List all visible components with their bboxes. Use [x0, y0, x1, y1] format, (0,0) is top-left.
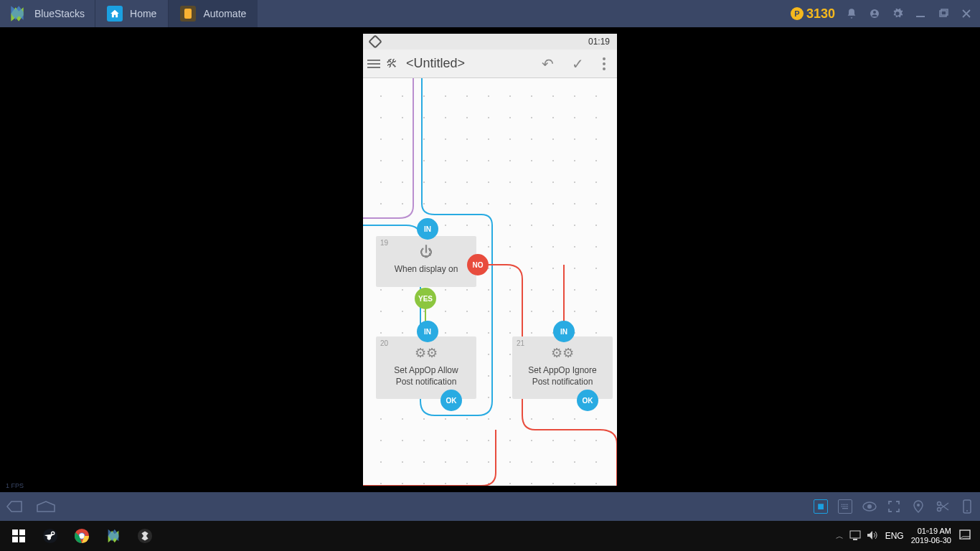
status-time: 01:19 [588, 37, 610, 47]
svg-rect-23 [12, 529, 18, 535]
undo-button[interactable]: ↶ [535, 55, 560, 72]
tray-expand-icon[interactable]: ︿ [836, 531, 844, 542]
tab-automate[interactable]: Automate [168, 0, 258, 27]
taskbar-app-icon[interactable] [129, 521, 161, 551]
svg-rect-34 [850, 531, 860, 538]
emulator-viewport: 1 FPS 01:19 🛠 <Untitled> ↶ ✓ [0, 27, 980, 492]
badge-in[interactable]: IN [417, 218, 438, 240]
svg-rect-15 [842, 508, 848, 509]
svg-rect-26 [19, 537, 25, 542]
tray-display-icon[interactable] [849, 530, 861, 542]
block-label-1: Set AppOp Ignore [518, 365, 607, 377]
svg-rect-24 [19, 529, 25, 535]
svg-rect-13 [846, 506, 847, 507]
home-icon [107, 6, 123, 22]
tray-volume-icon[interactable] [867, 530, 878, 542]
taskbar-time: 01▫19 AM [911, 527, 951, 536]
badge-ok[interactable]: OK [440, 390, 462, 411]
taskbar-steam-icon[interactable] [34, 521, 66, 551]
scissors-icon[interactable] [936, 499, 950, 514]
bluestacks-bottombar: ■ [0, 492, 980, 521]
android-status-bar: 01:19 [363, 34, 617, 50]
taskbar-chrome-icon[interactable] [66, 521, 98, 551]
start-button[interactable] [3, 521, 34, 551]
notification-center-icon[interactable] [958, 529, 971, 543]
badge-yes[interactable]: YES [415, 288, 436, 309]
bluestacks-logo-icon [6, 2, 29, 25]
fps-label: 1 FPS [6, 482, 24, 489]
android-back-button[interactable] [6, 500, 23, 513]
minimize-button[interactable] [914, 7, 927, 20]
phone-screen: 01:19 🛠 <Untitled> ↶ ✓ 19 ⏻ When d [363, 34, 617, 486]
android-home-button[interactable] [36, 500, 56, 513]
bluestacks-title: BlueStacks [34, 8, 85, 19]
coin-counter[interactable]: P 3130 [791, 6, 835, 22]
badge-ok[interactable]: OK [577, 390, 598, 411]
rotation-lock-icon [368, 34, 382, 49]
badge-no[interactable]: NO [467, 254, 489, 276]
block-number: 19 [380, 239, 388, 247]
svg-rect-14 [847, 506, 848, 507]
coin-icon: P [791, 7, 804, 20]
svg-rect-25 [12, 537, 18, 542]
flow-block-19[interactable]: 19 ⏻ When display on [376, 236, 476, 287]
svg-rect-8 [846, 504, 847, 505]
flow-title: <Untitled> [406, 56, 529, 71]
bluestacks-titlebar: BlueStacks Home Automate P 3130 [0, 0, 980, 27]
svg-point-1 [873, 11, 876, 14]
svg-rect-6 [843, 504, 844, 505]
svg-rect-5 [842, 504, 842, 505]
svg-point-29 [52, 532, 54, 534]
svg-rect-12 [844, 506, 845, 507]
maximize-button[interactable] [937, 7, 950, 20]
taskbar-language[interactable]: ENG [885, 531, 904, 541]
svg-point-17 [867, 504, 872, 509]
taskbar-bluestacks-icon[interactable] [98, 521, 129, 551]
tab-home[interactable]: Home [95, 0, 168, 27]
gears-icon: ⚙⚙ [382, 345, 471, 361]
svg-point-19 [938, 502, 941, 506]
flow-block-21[interactable]: 21 ⚙⚙ Set AppOp Ignore Post notification [512, 336, 613, 399]
bell-icon[interactable] [845, 7, 858, 20]
gears-icon: ⚙⚙ [518, 345, 607, 361]
badge-in[interactable]: IN [553, 321, 575, 342]
eye-icon[interactable] [862, 499, 877, 514]
settings-icon[interactable] [891, 7, 904, 20]
svg-rect-7 [844, 504, 845, 505]
automate-app-icon [180, 6, 196, 22]
svg-point-18 [917, 504, 920, 507]
flow-block-20[interactable]: 20 ⚙⚙ Set AppOp Allow Post notification [376, 336, 476, 399]
block-label: When display on [382, 264, 471, 276]
location-icon[interactable] [911, 499, 925, 514]
svg-point-32 [79, 533, 84, 538]
coin-value: 3130 [806, 6, 835, 22]
svg-rect-10 [842, 506, 842, 507]
block-label-2: Post notification [518, 377, 607, 388]
account-icon[interactable] [868, 7, 881, 20]
svg-point-20 [938, 508, 941, 512]
block-number: 20 [380, 339, 388, 347]
block-label-2: Post notification [382, 377, 471, 388]
taskbar-date: 2019-06-30 [911, 536, 951, 545]
tab-automate-label: Automate [203, 8, 246, 19]
input-mapper-icon[interactable]: ■ [814, 499, 828, 514]
phone-frame-icon[interactable] [960, 499, 974, 514]
flow-canvas[interactable]: 19 ⏻ When display on IN NO YES 20 ⚙⚙ Set… [363, 78, 617, 486]
block-number: 21 [517, 339, 524, 347]
tab-home-label: Home [130, 8, 156, 19]
badge-in[interactable]: IN [417, 321, 438, 342]
taskbar-clock[interactable]: 01▫19 AM 2019-06-30 [911, 527, 951, 545]
fullscreen-icon[interactable] [887, 499, 901, 514]
automate-app-bar: 🛠 <Untitled> ↶ ✓ [363, 50, 617, 78]
svg-rect-11 [843, 506, 844, 507]
hamburger-icon[interactable] [367, 60, 380, 68]
overflow-menu-icon[interactable] [595, 57, 613, 70]
keyboard-icon[interactable] [838, 499, 852, 514]
confirm-button[interactable]: ✓ [565, 55, 590, 72]
tools-icon[interactable]: 🛠 [386, 57, 397, 70]
svg-rect-9 [847, 504, 848, 505]
svg-point-22 [966, 510, 968, 512]
block-label-1: Set AppOp Allow [382, 365, 471, 377]
svg-rect-35 [853, 539, 857, 540]
close-button[interactable] [960, 7, 973, 20]
